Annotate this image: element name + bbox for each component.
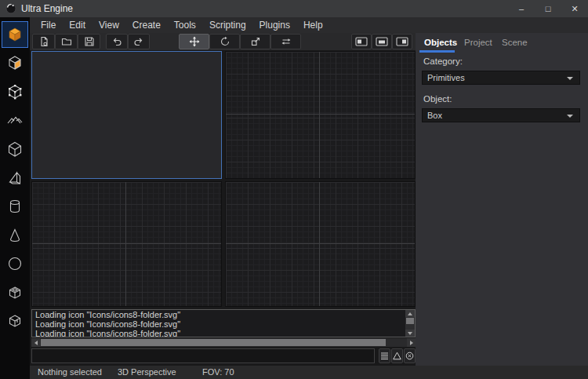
- menu-scripting[interactable]: Scripting: [209, 20, 246, 31]
- new-file-icon: [38, 36, 49, 47]
- scale-tool-icon: [250, 36, 261, 47]
- redo-icon: [133, 36, 144, 47]
- window-title: Ultra Engine: [21, 3, 73, 14]
- menu-help[interactable]: Help: [303, 20, 323, 31]
- app-logo-icon: [5, 3, 16, 14]
- menu-create[interactable]: Create: [132, 20, 161, 31]
- undo-icon: [111, 36, 122, 47]
- terrain-icon: [6, 111, 24, 129]
- scroll-right-icon[interactable]: [407, 338, 416, 347]
- sphere-icon: [6, 255, 24, 272]
- close-button[interactable]: ✕: [561, 0, 588, 17]
- console-log[interactable]: Loading icon "Icons/icons8-folder.svg" L…: [31, 309, 416, 337]
- active-tab-indicator: [419, 50, 455, 53]
- status-selection: Nothing selected: [38, 367, 102, 377]
- log-line: Loading icon "Icons/icons8-folder.svg": [32, 329, 415, 337]
- layout-left-pane-button[interactable]: [351, 34, 372, 49]
- solid-cube-icon: [6, 26, 24, 43]
- sidebar-item-vertex-select[interactable]: [2, 78, 28, 105]
- layout-bottom-pane-button[interactable]: [372, 34, 392, 49]
- viewport-top-right-ortho[interactable]: [225, 51, 416, 179]
- layout-right-pane-button[interactable]: [392, 34, 412, 49]
- toolbar: [30, 33, 416, 50]
- tube-icon: [6, 284, 24, 301]
- object-dropdown[interactable]: Box: [422, 108, 580, 122]
- tab-scene[interactable]: Scene: [502, 38, 528, 47]
- open-folder-button[interactable]: [55, 34, 78, 49]
- vertex-select-cube-icon: [6, 83, 24, 100]
- menu-edit[interactable]: Edit: [69, 20, 85, 31]
- sidebar-item-sphere[interactable]: [2, 250, 28, 277]
- category-dropdown[interactable]: Primitives: [422, 71, 580, 85]
- title-bar: Ultra Engine – □ ✕: [0, 0, 588, 17]
- scale-tool-button[interactable]: [240, 34, 270, 49]
- status-view-mode: 3D Perspective: [118, 367, 176, 377]
- object-label: Object:: [423, 94, 452, 104]
- sidebar-item-face-select[interactable]: [2, 49, 28, 76]
- wireframe-box-icon: [6, 140, 24, 158]
- sidebar-item-channel[interactable]: [2, 308, 28, 334]
- viewport-bottom-right-ortho[interactable]: [225, 181, 416, 307]
- menu-view[interactable]: View: [99, 20, 119, 31]
- clear-log-button[interactable]: [404, 348, 416, 363]
- category-value: Primitives: [427, 73, 465, 82]
- rotate-tool-icon: [220, 36, 230, 47]
- vertical-scroll-thumb[interactable]: [406, 318, 414, 324]
- new-file-button[interactable]: [32, 34, 55, 49]
- app-window: Ultra Engine – □ ✕: [0, 0, 588, 379]
- minimize-button[interactable]: –: [508, 0, 535, 17]
- layout-bottom-pane-icon: [376, 37, 388, 46]
- sidebar-item-solid-cube[interactable]: [2, 21, 28, 48]
- channel-icon: [6, 312, 24, 330]
- sidebar-item-terrain[interactable]: [2, 107, 28, 133]
- cone-icon: [6, 227, 24, 244]
- flip-tool-button[interactable]: [270, 34, 301, 49]
- save-button[interactable]: [78, 34, 100, 49]
- face-select-cube-icon: [6, 54, 24, 71]
- move-tool-icon: [189, 36, 200, 47]
- cylinder-icon: [6, 198, 24, 215]
- sidebar-item-wedge[interactable]: [2, 164, 28, 191]
- save-icon: [84, 36, 95, 47]
- viewport-3d-perspective[interactable]: [31, 51, 222, 179]
- redo-button[interactable]: [128, 34, 150, 49]
- console-vertical-scrollbar[interactable]: [405, 310, 415, 337]
- scroll-up-icon[interactable]: [405, 310, 415, 317]
- chevron-down-icon: [567, 77, 573, 80]
- layout-left-pane-icon: [355, 37, 368, 46]
- chevron-down-icon: [567, 115, 573, 118]
- right-panel: Objects Project Scene Category: Primitiv…: [416, 33, 588, 366]
- menu-file[interactable]: File: [41, 20, 56, 31]
- tab-project[interactable]: Project: [464, 38, 492, 47]
- undo-button[interactable]: [106, 34, 128, 49]
- open-folder-icon: [61, 36, 72, 47]
- wedge-icon: [6, 169, 24, 186]
- scroll-left-icon[interactable]: [31, 338, 40, 347]
- flip-tool-icon: [281, 36, 292, 47]
- status-fov: FOV: 70: [202, 367, 234, 377]
- warning-triangle-icon: [393, 352, 401, 360]
- console-horizontal-scrollbar[interactable]: [31, 338, 416, 347]
- horizontal-scroll-thumb[interactable]: [41, 339, 386, 346]
- object-value: Box: [427, 111, 442, 120]
- tab-objects[interactable]: Objects: [424, 38, 457, 47]
- sidebar-item-wireframe-box[interactable]: [2, 136, 28, 162]
- warnings-button[interactable]: [391, 348, 403, 363]
- sidebar-item-cylinder[interactable]: [2, 193, 28, 220]
- menu-plugins[interactable]: Plugins: [260, 20, 290, 31]
- maximize-button[interactable]: □: [535, 0, 561, 17]
- move-tool-button[interactable]: [179, 34, 209, 49]
- log-list-button[interactable]: [379, 348, 390, 363]
- circle-x-icon: [405, 352, 414, 360]
- category-label: Category:: [423, 56, 463, 66]
- console-command-input[interactable]: [31, 348, 375, 363]
- sidebar-item-cone[interactable]: [2, 222, 28, 249]
- status-bar: Nothing selected 3D Perspective FOV: 70: [30, 366, 588, 379]
- rotate-tool-button[interactable]: [209, 34, 240, 49]
- log-line: Loading icon "Icons/icons8-folder.svg": [32, 319, 415, 329]
- menu-tools[interactable]: Tools: [174, 20, 196, 31]
- viewport-bottom-left-ortho[interactable]: [31, 181, 222, 307]
- log-list-icon: [380, 352, 389, 360]
- sidebar-item-tube[interactable]: [2, 279, 28, 306]
- scroll-down-icon[interactable]: [405, 330, 415, 337]
